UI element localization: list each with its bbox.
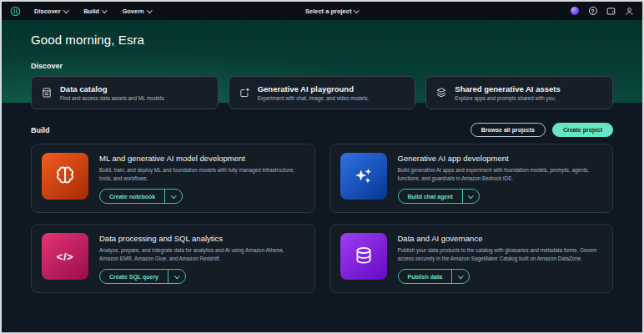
card-description: Find and access data assets and ML model… xyxy=(60,95,165,101)
nav-menu-govern[interactable]: Govern xyxy=(122,8,151,15)
card-description: Experiment with chat, image, and video m… xyxy=(258,95,370,101)
create-notebook-split-button[interactable]: Create notebook xyxy=(99,189,183,204)
layers-icon xyxy=(435,87,447,99)
feedback-icon[interactable] xyxy=(606,7,616,16)
profile-icon[interactable] xyxy=(625,7,634,16)
create-notebook-button[interactable]: Create notebook xyxy=(100,190,164,203)
card-description: Build generative AI apps and experiment … xyxy=(398,166,603,183)
card-description: Explore apps and prompts shared with you… xyxy=(455,95,560,101)
card-title: Generative AI playground xyxy=(258,84,370,94)
chevron-down-icon xyxy=(458,273,463,278)
project-selector[interactable]: Select a project xyxy=(305,2,359,20)
chevron-down-icon xyxy=(355,8,360,13)
card-title: Generative AI app development xyxy=(398,154,509,163)
nav-menu-build[interactable]: Build xyxy=(83,8,106,15)
chevron-down-icon xyxy=(147,8,152,13)
nav-menu-build-label: Build xyxy=(83,8,99,15)
card-genai-app-development: Generative AI app development Build gene… xyxy=(330,144,614,213)
amazon-q-icon[interactable] xyxy=(570,7,579,16)
split-button-dropdown[interactable] xyxy=(451,270,469,283)
data-catalog-icon xyxy=(41,87,53,99)
card-title: Data and AI governance xyxy=(398,234,483,243)
build-section-header: Build Browse all projects Create project xyxy=(31,123,613,137)
card-data-ai-governance: Data and AI governance Publish your data… xyxy=(330,224,614,293)
card-title: ML and generative AI model development xyxy=(99,154,245,163)
card-title: Data processing and SQL analytics xyxy=(99,234,223,243)
card-data-catalog[interactable]: Data catalog Find and access data assets… xyxy=(31,76,219,109)
main-content: Good morning, Esra Discover Data catalog… xyxy=(2,20,642,293)
card-shared-genai-assets[interactable]: Shared generative AI assets Explore apps… xyxy=(425,76,613,109)
playground-icon xyxy=(239,87,250,99)
create-sql-query-split-button[interactable]: Create SQL query xyxy=(99,269,186,284)
chevron-down-icon xyxy=(171,193,176,198)
discover-card-row: Data catalog Find and access data assets… xyxy=(31,76,613,109)
nav-menu-discover-label: Discover xyxy=(34,8,61,15)
build-section-label: Build xyxy=(31,126,50,134)
create-project-button[interactable]: Create project xyxy=(552,123,613,137)
database-icon xyxy=(340,233,387,280)
build-card-grid: ML and generative AI model development B… xyxy=(31,144,613,293)
page-title: Good morning, Esra xyxy=(31,20,613,47)
split-button-dropdown[interactable] xyxy=(164,190,182,203)
chevron-down-icon xyxy=(469,193,474,198)
discover-section-label: Discover xyxy=(31,62,613,70)
card-description: Build, train, and deploy ML and foundati… xyxy=(99,166,304,183)
app-window: Discover Build Govern Select a project ? xyxy=(0,0,644,334)
help-icon[interactable]: ? xyxy=(588,7,597,16)
chevron-down-icon xyxy=(63,8,68,13)
split-button-dropdown[interactable] xyxy=(462,190,480,203)
card-description: Publish your data products to the catalo… xyxy=(398,246,603,263)
card-ml-model-development: ML and generative AI model development B… xyxy=(31,144,315,213)
build-chat-agent-button[interactable]: Build chat agent xyxy=(399,190,462,203)
nav-icon-group: ? xyxy=(570,7,634,16)
card-genai-playground[interactable]: Generative AI playground Experiment with… xyxy=(229,76,416,109)
card-title: Data catalog xyxy=(60,84,165,94)
sparkles-icon xyxy=(340,153,387,200)
sagemaker-logo-icon[interactable] xyxy=(10,6,21,17)
project-selector-label: Select a project xyxy=(305,8,351,15)
split-button-dropdown[interactable] xyxy=(168,270,185,283)
nav-menu-govern-label: Govern xyxy=(122,8,143,15)
chevron-down-icon xyxy=(174,273,179,278)
chevron-down-icon xyxy=(102,8,107,13)
card-data-processing-sql: </> Data processing and SQL analytics An… xyxy=(31,224,315,293)
nav-menu-discover[interactable]: Discover xyxy=(34,8,68,15)
publish-data-button[interactable]: Publish data xyxy=(399,270,452,283)
card-title: Shared generative AI assets xyxy=(455,84,560,94)
top-navigation: Discover Build Govern Select a project ? xyxy=(2,2,642,20)
publish-data-split-button[interactable]: Publish data xyxy=(398,269,470,284)
browse-all-projects-button[interactable]: Browse all projects xyxy=(470,123,546,137)
card-description: Analyze, prepare, and integrate data for… xyxy=(99,246,304,263)
code-icon: </> xyxy=(42,233,88,280)
brain-icon xyxy=(42,153,88,200)
create-sql-query-button[interactable]: Create SQL query xyxy=(100,270,168,283)
build-chat-agent-split-button[interactable]: Build chat agent xyxy=(398,189,480,204)
